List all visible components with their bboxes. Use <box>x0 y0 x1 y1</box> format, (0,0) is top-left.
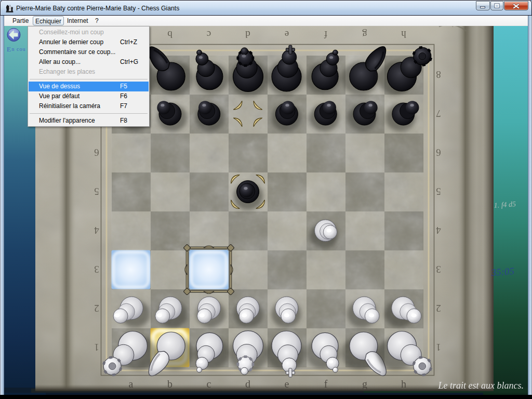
svg-text:E: E <box>7 45 11 53</box>
svg-text:c: c <box>207 29 211 40</box>
svg-text:a: a <box>129 378 134 390</box>
svg-text:6: 6 <box>94 147 99 158</box>
svg-text:2: 2 <box>94 303 99 314</box>
svg-text:35:05: 35:05 <box>490 265 515 278</box>
svg-text:d: d <box>245 29 250 40</box>
svg-text:n cou: n cou <box>12 46 26 52</box>
svg-text:Le trait est aux blancs.: Le trait est aux blancs. <box>438 380 524 391</box>
svg-text:6: 6 <box>436 147 441 158</box>
svg-text:1: 1 <box>436 342 441 353</box>
svg-text:1. f4 d5: 1. f4 d5 <box>494 200 516 209</box>
svg-text:e: e <box>285 29 289 40</box>
svg-text:3: 3 <box>436 264 441 275</box>
svg-text:5: 5 <box>436 186 441 197</box>
svg-text:c: c <box>207 378 211 390</box>
svg-text:g: g <box>362 29 367 40</box>
svg-text:3: 3 <box>94 264 99 275</box>
svg-text:7: 7 <box>436 108 441 119</box>
svg-text:h: h <box>401 378 406 390</box>
svg-text:d: d <box>245 378 250 390</box>
svg-text:5: 5 <box>94 186 99 197</box>
svg-text:8: 8 <box>436 69 441 80</box>
svg-text:e: e <box>285 378 289 390</box>
svg-text:2: 2 <box>436 303 441 314</box>
svg-text:4: 4 <box>436 225 441 236</box>
svg-text:f: f <box>324 378 328 390</box>
svg-text:1: 1 <box>94 342 99 353</box>
svg-text:g: g <box>362 378 367 390</box>
svg-text:f: f <box>324 29 327 40</box>
svg-text:b: b <box>167 29 172 40</box>
svg-text:b: b <box>167 378 172 390</box>
svg-text:4: 4 <box>94 225 99 236</box>
svg-text:h: h <box>401 29 406 40</box>
